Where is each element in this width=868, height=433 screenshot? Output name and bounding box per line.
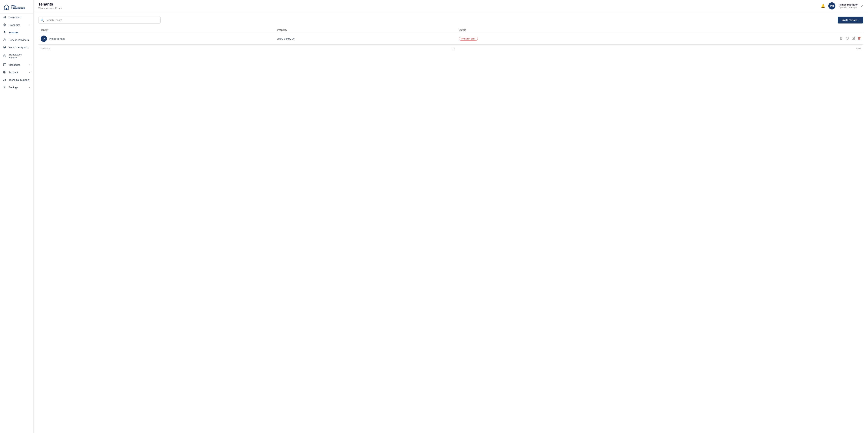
chevron-down-icon: ▾ — [29, 86, 30, 88]
pagination-current: 1/1 — [452, 47, 455, 50]
search-input[interactable] — [38, 17, 161, 24]
svg-rect-3 — [4, 17, 4, 18]
sidebar-label-properties: Properties — [9, 24, 27, 26]
table-header-row: Tenant Property Status — [38, 27, 863, 33]
tenant-cell: P Prince Tenant — [38, 33, 275, 45]
svg-point-8 — [4, 31, 5, 32]
sidebar-label-service-providers: Service Providers — [9, 38, 30, 41]
sidebar-item-messages[interactable]: Messages▾ — [0, 61, 33, 68]
svg-point-18 — [4, 87, 5, 87]
expand-icon[interactable]: ⤢ — [861, 4, 863, 7]
tenant-avatar: P — [41, 35, 47, 42]
col-status: Status — [457, 27, 651, 33]
logo-icon — [3, 4, 10, 11]
document-icon[interactable] — [840, 37, 843, 41]
search-wrapper: 🔍 — [38, 17, 161, 24]
nav-list: DashboardProperties▾TenantsService Provi… — [0, 13, 33, 91]
chevron-down-icon: ▾ — [29, 64, 30, 66]
logo-area: OME TRUMPETER — [0, 0, 33, 13]
sidebar-label-service-requests: Service Requests — [9, 46, 30, 49]
svg-point-9 — [4, 38, 5, 39]
svg-rect-16 — [3, 80, 4, 81]
headset-icon — [3, 78, 7, 82]
sidebar-item-dashboard[interactable]: Dashboard — [0, 13, 33, 21]
sidebar-label-technical-support: Technical Support — [9, 78, 30, 81]
page-title: Tenants — [38, 2, 62, 6]
topbar-right: 🔔 PM Prince Manager Operation Manager ⤢ — [821, 2, 863, 9]
sidebar-label-dashboard: Dashboard — [9, 16, 30, 19]
sidebar-label-transaction-history: Transaction History — [9, 53, 30, 59]
chart-bar-icon — [3, 16, 7, 19]
invite-arrow-icon: › — [859, 19, 859, 22]
sidebar-item-tenants[interactable]: Tenants — [0, 29, 33, 36]
clock-icon — [3, 54, 7, 58]
sidebar-item-service-requests[interactable]: Service Requests — [0, 44, 33, 51]
user-name: Prince Manager — [839, 3, 858, 6]
status-cell: Invitation Sent — [457, 33, 651, 45]
sidebar-item-technical-support[interactable]: Technical Support — [0, 76, 33, 84]
bell-icon[interactable]: 🔔 — [821, 4, 825, 8]
pagination-previous[interactable]: Previous — [41, 47, 51, 50]
edit-icon[interactable] — [852, 37, 855, 41]
svg-rect-4 — [4, 17, 5, 18]
sidebar: OME TRUMPETER DashboardProperties▾Tenant… — [0, 0, 34, 433]
search-invite-row: 🔍 Invite Tenant › — [38, 17, 863, 24]
svg-rect-17 — [5, 80, 6, 81]
col-property: Property — [275, 27, 457, 33]
person-icon — [3, 31, 7, 34]
sidebar-item-transaction-history[interactable]: Transaction History — [0, 51, 33, 61]
gear-icon — [3, 86, 7, 89]
table-row: P Prince Tenant 2400 Sentry DrInvitation… — [38, 33, 863, 45]
user-role: Operation Manager — [839, 6, 858, 8]
status-badge: Invitation Sent — [459, 37, 478, 41]
pagination-next[interactable]: Next — [856, 47, 861, 50]
svg-rect-2 — [6, 8, 7, 10]
content-area: 🔍 Invite Tenant › Tenant Property Status — [34, 12, 868, 433]
sidebar-label-tenants: Tenants — [9, 31, 30, 34]
sidebar-item-settings[interactable]: Settings▾ — [0, 84, 33, 91]
user-info: Prince Manager Operation Manager — [839, 3, 858, 8]
sidebar-label-messages: Messages — [9, 63, 27, 66]
sidebar-label-account: Account — [9, 71, 27, 74]
pagination-row: Previous 1/1 Next — [38, 45, 863, 52]
chevron-down-icon: ▾ — [29, 24, 30, 26]
sidebar-item-properties[interactable]: Properties▾ — [0, 21, 33, 29]
svg-point-15 — [4, 71, 5, 72]
table-body: P Prince Tenant 2400 Sentry DrInvitation… — [38, 33, 863, 45]
page-subtitle: Welcome back, Prince — [38, 7, 62, 10]
chevron-down-icon: ▾ — [29, 71, 30, 74]
invite-tenant-button[interactable]: Invite Tenant › — [838, 17, 863, 24]
actions-cell — [651, 33, 863, 45]
home-icon — [3, 23, 7, 27]
chat-icon — [3, 63, 7, 66]
topbar-left: Tenants Welcome back, Prince — [38, 2, 62, 10]
sidebar-item-account[interactable]: Account▾ — [0, 68, 33, 76]
col-actions — [651, 27, 863, 33]
person-badge-icon — [3, 38, 7, 42]
main-content: Tenants Welcome back, Prince 🔔 PM Prince… — [34, 0, 868, 433]
svg-rect-5 — [5, 16, 6, 18]
search-icon: 🔍 — [41, 19, 44, 22]
layers-icon — [3, 46, 7, 49]
topbar: Tenants Welcome back, Prince 🔔 PM Prince… — [34, 0, 868, 12]
sidebar-label-settings: Settings — [9, 86, 27, 89]
col-tenant: Tenant — [38, 27, 275, 33]
refresh-icon[interactable] — [846, 37, 849, 41]
delete-icon[interactable] — [858, 37, 861, 41]
tenant-name: Prince Tenant — [49, 37, 65, 40]
tenant-table: Tenant Property Status P Prince Tenant 2… — [38, 27, 863, 45]
user-avatar: PM — [828, 2, 835, 9]
property-cell: 2400 Sentry Dr — [275, 33, 457, 45]
sidebar-item-service-providers[interactable]: Service Providers — [0, 36, 33, 44]
person-circle-icon — [3, 70, 7, 74]
svg-rect-7 — [4, 25, 5, 26]
invite-label: Invite Tenant — [842, 19, 857, 22]
logo-text: OME TRUMPETER — [11, 4, 30, 10]
